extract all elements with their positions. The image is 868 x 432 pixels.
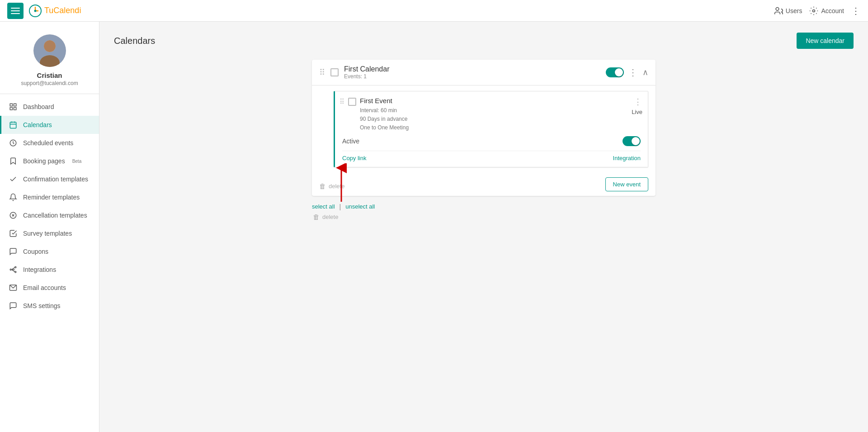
- event-toggle-knob: [632, 137, 640, 145]
- event-active-toggle[interactable]: [623, 136, 641, 146]
- svg-rect-13: [14, 108, 16, 110]
- x-circle-icon: [9, 211, 18, 220]
- unselect-all-button[interactable]: unselect all: [345, 203, 375, 210]
- event-live-badge: Live: [632, 109, 642, 115]
- email-icon: [9, 283, 18, 292]
- sidebar-item-confirmation-templates[interactable]: Confirmation templates: [0, 170, 99, 188]
- sidebar-item-integrations-label: Integrations: [23, 266, 56, 273]
- sidebar-item-cancellation-templates-label: Cancellation templates: [23, 212, 87, 219]
- svg-point-23: [15, 266, 16, 268]
- main-content: Calendars New calendar ⠿ First Calendar …: [99, 22, 868, 432]
- copy-link-button[interactable]: Copy link: [342, 155, 366, 161]
- sidebar-item-dashboard-label: Dashboard: [23, 103, 54, 110]
- calendar-menu-button[interactable]: ⋮: [628, 67, 638, 78]
- select-all-button[interactable]: select all: [312, 203, 335, 210]
- bulk-delete-row[interactable]: 🗑 delete: [312, 213, 656, 221]
- sidebar-item-survey-templates[interactable]: Survey templates: [0, 224, 99, 242]
- topbar-left: TuCalendi: [7, 3, 81, 19]
- sidebar-item-booking-pages-label: Booking pages: [23, 157, 65, 165]
- logo-text-calendi: Calendi: [53, 6, 81, 15]
- sidebar-item-calendars[interactable]: Calendars: [0, 116, 99, 134]
- integration-button[interactable]: Integration: [613, 155, 641, 161]
- account-button[interactable]: Account: [809, 6, 844, 15]
- clock-icon: [9, 138, 18, 147]
- logo-text: TuCalendi: [44, 6, 81, 15]
- new-event-button[interactable]: New event: [605, 177, 648, 191]
- sidebar-item-survey-templates-label: Survey templates: [23, 230, 72, 237]
- calendar-wrapper: ⠿ First Calendar Events: 1 ⋮ ∧: [312, 60, 656, 221]
- sidebar-item-booking-pages[interactable]: Booking pages Beta: [0, 152, 99, 170]
- sidebar-profile: Cristian support@tucalendi.com: [0, 25, 99, 94]
- sidebar-item-reminder-templates-label: Reminder templates: [23, 194, 80, 201]
- calendar-toggle[interactable]: [606, 67, 624, 77]
- bell-icon: [9, 193, 18, 202]
- svg-rect-10: [10, 104, 12, 106]
- svg-point-1: [34, 9, 37, 12]
- svg-rect-11: [14, 104, 16, 106]
- check-icon: [9, 175, 18, 184]
- logo: TuCalendi: [29, 5, 81, 17]
- event-drag-handle[interactable]: ⠿: [340, 97, 344, 106]
- svg-point-7: [44, 40, 56, 52]
- gear-icon: [809, 6, 818, 15]
- event-card-wrapper: ⠿ First Event Interval: 60 min 90 Days i…: [312, 91, 656, 167]
- users-icon: [774, 6, 783, 15]
- event-interval: Interval: 60 min: [360, 106, 628, 115]
- logo-icon: [29, 5, 42, 17]
- svg-rect-12: [10, 108, 12, 110]
- event-menu-button[interactable]: ⋮: [634, 97, 642, 107]
- sidebar-item-sms-settings-label: SMS settings: [23, 302, 60, 309]
- bulk-actions-row: select all | unselect all: [312, 203, 656, 210]
- coupon-icon: [9, 247, 18, 256]
- sidebar-item-cancellation-templates[interactable]: Cancellation templates: [0, 206, 99, 224]
- sidebar: Cristian support@tucalendi.com Dashboard…: [0, 22, 99, 432]
- calendar-delete-button[interactable]: 🗑 delete: [319, 182, 344, 190]
- bookmark-icon: [9, 157, 18, 166]
- event-name: First Event: [360, 97, 628, 104]
- sidebar-item-sms-settings[interactable]: SMS settings: [0, 297, 99, 315]
- dashboard-icon: [9, 102, 18, 111]
- calendar-header: ⠿ First Calendar Events: 1 ⋮ ∧: [312, 60, 656, 85]
- sms-icon: [9, 301, 18, 310]
- more-menu-button[interactable]: ⋮: [851, 5, 861, 16]
- page-title: Calendars: [114, 36, 155, 46]
- event-checkbox[interactable]: [348, 98, 356, 106]
- avatar: [33, 34, 66, 67]
- calendar-delete-label: delete: [329, 183, 344, 190]
- event-top-row: ⠿ First Event Interval: 60 min 90 Days i…: [335, 91, 648, 133]
- sidebar-item-calendars-label: Calendars: [23, 121, 52, 128]
- new-calendar-button[interactable]: New calendar: [797, 33, 854, 49]
- svg-point-3: [813, 9, 815, 12]
- users-button[interactable]: Users: [774, 6, 802, 15]
- calendar-card: ⠿ First Calendar Events: 1 ⋮ ∧: [312, 60, 656, 196]
- bulk-delete-label: delete: [322, 214, 338, 220]
- sidebar-item-scheduled-events[interactable]: Scheduled events: [0, 134, 99, 152]
- integrations-icon: [9, 265, 18, 274]
- event-meeting-type: One to One Meeting: [360, 123, 628, 132]
- calendar-checkbox[interactable]: [330, 68, 339, 76]
- svg-point-24: [15, 271, 16, 273]
- calendar-info: First Calendar Events: 1: [344, 65, 600, 80]
- sidebar-item-integrations[interactable]: Integrations: [0, 261, 99, 279]
- topbar: TuCalendi Users Account ⋮: [0, 0, 868, 22]
- event-active-row: Active: [335, 133, 648, 146]
- sidebar-item-reminder-templates[interactable]: Reminder templates: [0, 188, 99, 206]
- sidebar-item-coupons-label: Coupons: [23, 248, 48, 255]
- event-info: First Event Interval: 60 min 90 Days in …: [360, 97, 628, 133]
- trash-icon: 🗑: [319, 182, 326, 190]
- calendar-toggle-knob: [615, 68, 623, 76]
- account-label: Account: [821, 7, 844, 14]
- sidebar-item-coupons[interactable]: Coupons: [0, 242, 99, 261]
- event-right-actions: ⋮ Live: [632, 97, 642, 115]
- avatar-image: [33, 34, 66, 67]
- logo-text-tu: Tu: [44, 6, 53, 15]
- users-label: Users: [786, 7, 802, 14]
- sidebar-item-email-accounts-label: Email accounts: [23, 284, 66, 291]
- topbar-right: Users Account ⋮: [774, 5, 861, 16]
- sidebar-item-dashboard[interactable]: Dashboard: [0, 98, 99, 116]
- event-advance: 90 Days in advance: [360, 115, 628, 123]
- hamburger-button[interactable]: [7, 3, 24, 19]
- calendar-drag-handle[interactable]: ⠿: [319, 67, 325, 77]
- calendar-collapse-button[interactable]: ∧: [642, 67, 648, 77]
- sidebar-item-email-accounts[interactable]: Email accounts: [0, 279, 99, 297]
